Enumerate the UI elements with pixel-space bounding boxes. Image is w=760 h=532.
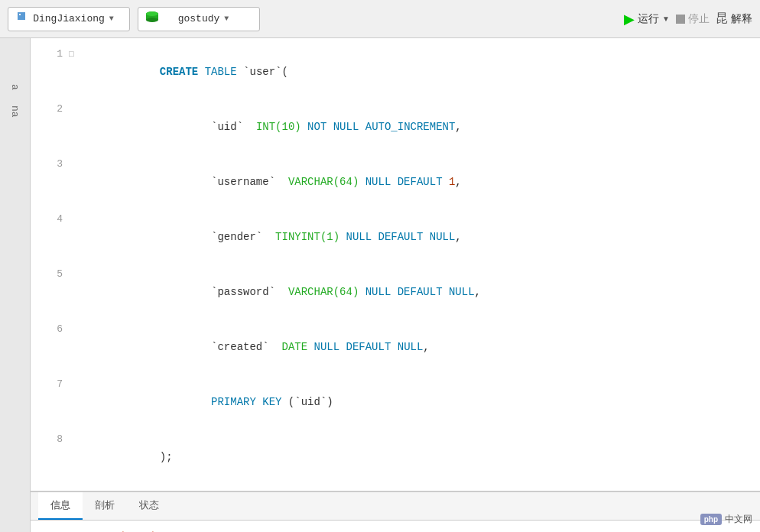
- sidebar-letter-na: na: [9, 105, 21, 118]
- code-editor[interactable]: 1 □ CREATE TABLE `user`( 2 `uid` INT(10)…: [31, 38, 760, 492]
- results-tabs: 信息 剖析 状态: [31, 492, 760, 521]
- run-label: 运行: [638, 12, 659, 26]
- php-logo: php: [700, 514, 722, 525]
- results-area: 信息 剖析 状态 CREATE TABLE `user`( `uid` INT(…: [31, 492, 760, 532]
- line-content-4: `gender` TINYINT(1) NULL DEFAULT NULL,: [80, 209, 462, 264]
- svg-point-3: [146, 11, 158, 16]
- tab-status[interactable]: 状态: [127, 492, 171, 520]
- result-line-1: CREATE TABLE `user`(: [43, 528, 748, 532]
- line-content-8: );: [80, 430, 173, 485]
- stop-button[interactable]: 停止: [676, 12, 710, 26]
- line-content-1: CREATE TABLE `user`(: [80, 44, 288, 99]
- line-num-3: 3: [31, 155, 69, 174]
- toolbar: DingJiaxiong ▼ gostudy ▼ ▶ 运行 ▼: [0, 0, 760, 38]
- db-icon: [145, 11, 174, 28]
- toolbar-actions: ▶ 运行 ▼ 停止 昆 解释: [624, 11, 752, 28]
- line-num-2: 2: [31, 100, 69, 118]
- code-line-4: 4 `gender` TINYINT(1) NULL DEFAULT NULL,: [31, 209, 760, 264]
- stop-label: 停止: [688, 12, 710, 26]
- line-num-7: 7: [31, 375, 69, 394]
- line-content-2: `uid` INT(10) NOT NULL AUTO_INCREMENT,: [80, 99, 462, 154]
- php-badge: php 中文网: [700, 513, 752, 526]
- line-content-7: PRIMARY KEY (`uid`): [80, 375, 333, 430]
- svg-point-2: [146, 18, 158, 22]
- stop-icon: [676, 15, 685, 24]
- tab-profile[interactable]: 剖析: [83, 492, 127, 520]
- php-site-label: 中文网: [725, 513, 752, 526]
- main-container: a na 1 □ CREATE TABLE `user`( 2: [0, 38, 760, 532]
- line-content-3: `username` VARCHAR(64) NULL DEFAULT 1,: [80, 154, 462, 209]
- user-selector-arrow: ▼: [109, 15, 123, 23]
- code-line-7: 7 PRIMARY KEY (`uid`): [31, 375, 760, 430]
- tab-info[interactable]: 信息: [38, 492, 83, 520]
- content-area: 1 □ CREATE TABLE `user`( 2 `uid` INT(10)…: [31, 38, 760, 532]
- user-selector-label: DingJiaxiong: [33, 13, 105, 24]
- explain-button[interactable]: 昆 解释: [716, 11, 752, 27]
- explain-label: 解释: [731, 12, 752, 26]
- user-selector[interactable]: DingJiaxiong ▼: [8, 7, 130, 31]
- play-icon: ▶: [624, 11, 635, 28]
- explain-icon: 昆: [716, 11, 728, 27]
- run-dropdown-arrow: ▼: [662, 15, 670, 23]
- line-num-6: 6: [31, 320, 69, 339]
- code-line-8: 8 );: [31, 430, 760, 485]
- line-content-5: `password` VARCHAR(64) NULL DEFAULT NULL…: [80, 264, 481, 320]
- results-content: CREATE TABLE `user`( `uid` INT(10) NOT N…: [31, 521, 760, 532]
- db-selector-label: gostudy: [178, 13, 220, 24]
- line-num-4: 4: [31, 210, 69, 229]
- code-line-1: 1 □ CREATE TABLE `user`(: [31, 44, 760, 99]
- line-collapse-1[interactable]: □: [69, 45, 80, 63]
- run-button[interactable]: ▶ 运行 ▼: [624, 11, 670, 28]
- sidebar-letter-a: a: [9, 84, 21, 90]
- code-line-6: 6 `created` DATE NULL DEFAULT NULL,: [31, 320, 760, 375]
- line-num-8: 8: [31, 430, 69, 449]
- line-num-1: 1: [31, 45, 69, 63]
- db-selector-arrow: ▼: [224, 15, 253, 23]
- code-line-3: 3 `username` VARCHAR(64) NULL DEFAULT 1,: [31, 154, 760, 209]
- code-line-2: 2 `uid` INT(10) NOT NULL AUTO_INCREMENT,: [31, 99, 760, 154]
- left-sidebar: a na: [0, 38, 31, 532]
- code-line-5: 5 `password` VARCHAR(64) NULL DEFAULT NU…: [31, 264, 760, 320]
- line-num-5: 5: [31, 265, 69, 284]
- db-selector[interactable]: gostudy ▼: [138, 7, 260, 31]
- user-icon: [15, 11, 28, 28]
- line-content-6: `created` DATE NULL DEFAULT NULL,: [80, 320, 430, 375]
